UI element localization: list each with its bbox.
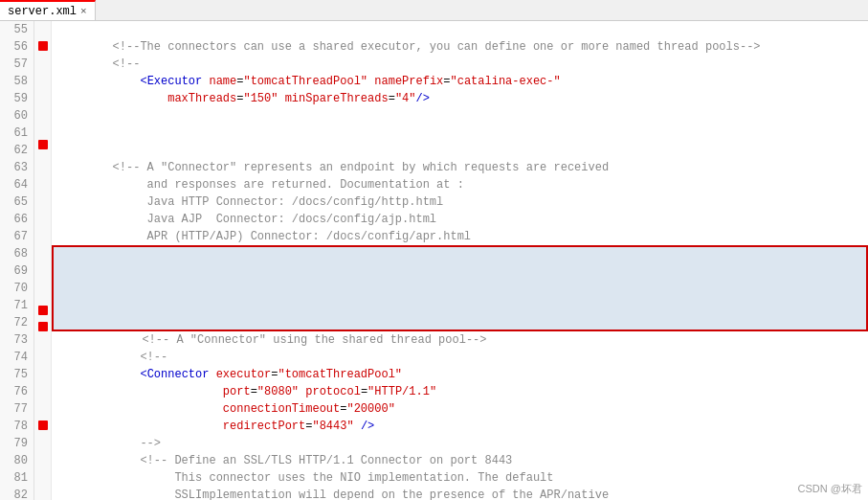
line-62: <!-- A "Connector" represents an endpoin…	[52, 142, 868, 159]
gutter-82	[34, 466, 52, 483]
ln-73: 73	[6, 331, 28, 349]
ln-55: 55	[6, 21, 28, 38]
ln-68: 68	[6, 245, 28, 262]
line-76: connectionTimeout="20000"	[52, 383, 868, 400]
line-80: This connector uses the NIO implementati…	[52, 452, 868, 469]
line-57: <Executor name="tomcatThreadPool" namePr…	[52, 56, 868, 73]
gutter-78	[34, 400, 52, 417]
ln-69: 69	[6, 262, 28, 280]
ln-59: 59	[6, 90, 28, 107]
line-81: SSLImplementation will depend on the pre…	[52, 469, 868, 487]
tab-close-button[interactable]: ×	[80, 6, 87, 17]
line-71: redirectPort="443" />	[52, 297, 868, 314]
ln-65: 65	[6, 193, 28, 211]
ln-81: 81	[6, 469, 28, 487]
line-65: Java AJP Connector: /docs/config/ajp.htm…	[52, 193, 868, 211]
line-78: -->	[52, 418, 868, 435]
ln-75: 75	[6, 366, 28, 383]
ln-66: 66	[6, 211, 28, 228]
gutter-83	[34, 484, 52, 500]
ln-82: 82	[6, 487, 28, 500]
line-68: -->	[52, 245, 868, 262]
gutter-55	[34, 21, 52, 37]
ln-79: 79	[6, 435, 28, 452]
gutter	[34, 21, 52, 500]
ln-64: 64	[6, 176, 28, 193]
ln-57: 57	[6, 56, 28, 73]
line-69: <Connector port="80" protocol="HTTP/1.1"	[52, 262, 868, 280]
gutter-80	[34, 434, 52, 450]
gutter-72	[34, 302, 52, 318]
line-55: <!--The connectors can use a shared exec…	[52, 21, 868, 38]
ln-62: 62	[6, 142, 28, 159]
gutter-71	[34, 285, 52, 302]
tab-label: server.xml	[8, 5, 77, 18]
code-lines[interactable]: <!--The connectors can use a shared exec…	[52, 21, 868, 500]
code-view: 55 56 57 58 59 60 61 62 63 64 65 66 67 6…	[0, 21, 868, 500]
line-70: connectionTimeout="20000"	[52, 280, 868, 297]
gutter-59	[34, 87, 52, 103]
gutter-81	[34, 450, 52, 466]
gutter-73	[34, 318, 52, 334]
line-72: <!-- A "Connector" using the shared thre…	[52, 314, 868, 331]
ln-76: 76	[6, 383, 28, 400]
line-77: redirectPort="8443" />	[52, 400, 868, 418]
gutter-75	[34, 352, 52, 368]
line-66: APR (HTTP/AJP) Connector: /docs/config/a…	[52, 211, 868, 228]
line-75: port="8080" protocol="HTTP/1.1"	[52, 366, 868, 383]
gutter-65	[34, 186, 52, 202]
line-56: <!--	[52, 38, 868, 56]
ln-58: 58	[6, 73, 28, 90]
ln-71: 71	[6, 297, 28, 314]
line-79: <!-- Define an SSL/TLS HTTP/1.1 Connecto…	[52, 435, 868, 452]
line-59	[52, 90, 868, 107]
gutter-56	[34, 37, 52, 54]
line-64: Java HTTP Connector: /docs/config/http.h…	[52, 176, 868, 193]
editor-container: 55 56 57 58 59 60 61 62 63 64 65 66 67 6…	[0, 21, 868, 500]
line-67: Define a non-SSL/TLS HTTP/1.1 Connector …	[52, 228, 868, 245]
line-60	[52, 107, 868, 125]
gutter-58	[34, 71, 52, 87]
ln-72: 72	[6, 314, 28, 331]
gutter-60	[34, 103, 52, 120]
ln-60: 60	[6, 107, 28, 125]
ln-74: 74	[6, 349, 28, 366]
ln-56: 56	[6, 38, 28, 56]
watermark: CSDN @坏君	[798, 482, 862, 496]
gutter-79	[34, 418, 52, 434]
gutter-64	[34, 170, 52, 186]
gutter-61	[34, 120, 52, 136]
ln-61: 61	[6, 125, 28, 142]
line-74: <Connector executor="tomcatThreadPool"	[52, 349, 868, 366]
ln-78: 78	[6, 418, 28, 435]
ln-80: 80	[6, 452, 28, 469]
gutter-76	[34, 368, 52, 384]
ln-77: 77	[6, 400, 28, 418]
ln-63: 63	[6, 159, 28, 176]
gutter-70	[34, 269, 52, 285]
line-58: maxThreads="150" minSpareThreads="4"/>	[52, 73, 868, 90]
line-63: and responses are returned. Documentatio…	[52, 159, 868, 176]
gutter-57	[34, 54, 52, 70]
gutter-69	[34, 252, 52, 268]
gutter-68	[34, 236, 52, 252]
gutter-63	[34, 153, 52, 170]
file-tab[interactable]: server.xml ×	[0, 0, 96, 20]
ln-70: 70	[6, 280, 28, 297]
line-numbers: 55 56 57 58 59 60 61 62 63 64 65 66 67 6…	[0, 21, 34, 500]
gutter-67	[34, 219, 52, 236]
line-73: <!--	[52, 331, 868, 349]
gutter-66	[34, 203, 52, 219]
gutter-74	[34, 334, 52, 351]
gutter-77	[34, 384, 52, 400]
line-82: library and the useOpenSSL attribute of …	[52, 487, 868, 500]
tab-bar: server.xml ×	[0, 0, 868, 21]
line-61	[52, 125, 868, 142]
gutter-62	[34, 137, 52, 153]
ln-67: 67	[6, 228, 28, 245]
